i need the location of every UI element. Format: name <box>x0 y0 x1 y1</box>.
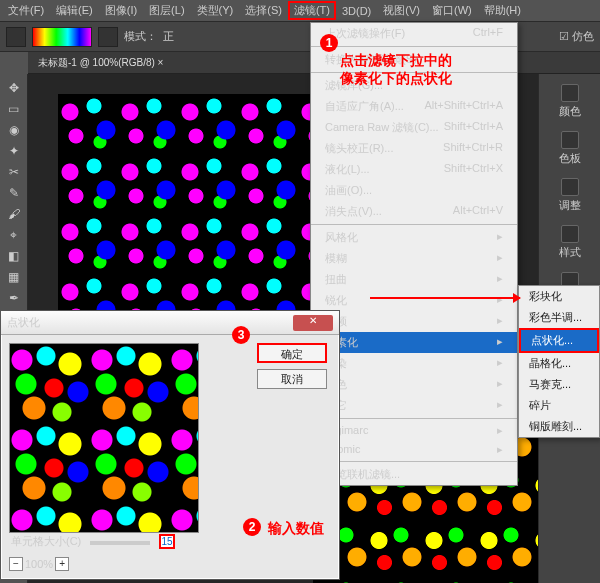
dialog-title: 点状化 <box>7 315 40 330</box>
wand-tool-icon[interactable]: ✦ <box>3 141 25 161</box>
submenu-pointillize[interactable]: 点状化... <box>519 328 599 353</box>
menu-adaptive-wide[interactable]: 自适应广角(A)...Alt+Shift+Ctrl+A <box>311 96 517 117</box>
menu-blur[interactable]: 模糊▸ <box>311 248 517 269</box>
menu-neural[interactable]: enomic▸ <box>311 440 517 459</box>
eyedropper-tool-icon[interactable]: ✎ <box>3 183 25 203</box>
menu-camera-raw[interactable]: Camera Raw 滤镜(C)...Shift+Ctrl+A <box>311 117 517 138</box>
mode-label: 模式： <box>124 29 157 44</box>
ok-button[interactable]: 确定 <box>257 343 327 363</box>
zoom-level: 100% <box>25 558 53 570</box>
menu-image[interactable]: 图像(I) <box>99 1 143 20</box>
callout-text-2: 输入数值 <box>268 520 324 538</box>
dither-checkbox-label[interactable]: ☑ 仿色 <box>559 29 594 44</box>
menu-last-filter[interactable]: 上次滤镜操作(F)Ctrl+F <box>311 23 517 44</box>
crop-tool-icon[interactable]: ✂ <box>3 162 25 182</box>
brush-preset-icon[interactable] <box>6 27 26 47</box>
filter-dropdown: 上次滤镜操作(F)Ctrl+F 转换为智能滤镜(S) 滤镜库(G)... 自适应… <box>310 22 518 486</box>
cell-size-input[interactable]: 15 <box>159 534 174 549</box>
zoom-controls: − 100% + <box>9 557 69 571</box>
menu-help[interactable]: 帮助(H) <box>478 1 527 20</box>
menu-layer[interactable]: 图层(L) <box>143 1 190 20</box>
menu-noise[interactable]: 杂色▸ <box>311 374 517 395</box>
menu-pixelate[interactable]: 像素化▸ <box>311 332 517 353</box>
callout-text-1a: 点击滤镜下拉中的 <box>340 52 452 70</box>
menu-liquify[interactable]: 液化(L)...Shift+Ctrl+X <box>311 159 517 180</box>
menu-browse-online[interactable]: 浏览联机滤镜... <box>311 464 517 485</box>
zoom-in-button[interactable]: + <box>55 557 69 571</box>
mode-value[interactable]: 正 <box>163 29 174 44</box>
submenu-crystallize[interactable]: 晶格化... <box>519 353 599 374</box>
cell-size-slider[interactable] <box>90 541 150 545</box>
main-menu-bar: 文件(F) 编辑(E) 图像(I) 图层(L) 类型(Y) 选择(S) 滤镜(T… <box>0 0 600 22</box>
menu-view[interactable]: 视图(V) <box>377 1 426 20</box>
menu-lens-correction[interactable]: 镜头校正(R)...Shift+Ctrl+R <box>311 138 517 159</box>
menu-edit[interactable]: 编辑(E) <box>50 1 99 20</box>
callout-badge-3: 3 <box>232 326 250 344</box>
submenu-halftone[interactable]: 彩色半调... <box>519 307 599 328</box>
gradient-type-icon[interactable] <box>98 27 118 47</box>
callout-badge-1: 1 <box>320 34 338 52</box>
move-tool-icon[interactable]: ✥ <box>3 78 25 98</box>
menu-sharpen[interactable]: 锐化▸ <box>311 290 517 311</box>
menu-3d[interactable]: 3D(D) <box>336 3 377 19</box>
color-panel-icon[interactable] <box>561 84 579 102</box>
marquee-tool-icon[interactable]: ▭ <box>3 99 25 119</box>
menu-render[interactable]: 渲染▸ <box>311 353 517 374</box>
pen-tool-icon[interactable]: ✒ <box>3 288 25 308</box>
callout-text-1b: 像素化下的点状化 <box>340 70 452 88</box>
submenu-mezzotint[interactable]: 铜版雕刻... <box>519 416 599 437</box>
stamp-tool-icon[interactable]: ⌖ <box>3 225 25 245</box>
callout-arrow-1 <box>370 297 520 299</box>
submenu-mosaic[interactable]: 马赛克... <box>519 374 599 395</box>
lasso-tool-icon[interactable]: ◉ <box>3 120 25 140</box>
gradient-tool-icon[interactable]: ▦ <box>3 267 25 287</box>
adjust-panel-label: 调整 <box>559 198 581 213</box>
menu-type[interactable]: 类型(Y) <box>191 1 240 20</box>
menu-stylize[interactable]: 风格化▸ <box>311 227 517 248</box>
close-icon[interactable]: ✕ <box>293 315 333 331</box>
cell-size-label: 单元格大小(C) <box>11 535 81 547</box>
menu-select[interactable]: 选择(S) <box>239 1 288 20</box>
menu-oil-paint[interactable]: 油画(O)... <box>311 180 517 201</box>
preview-box <box>9 343 199 533</box>
menu-distort[interactable]: 扭曲▸ <box>311 269 517 290</box>
styles-panel-icon[interactable] <box>561 225 579 243</box>
menu-file[interactable]: 文件(F) <box>2 1 50 20</box>
submenu-facet[interactable]: 彩块化 <box>519 286 599 307</box>
gradient-preview[interactable] <box>32 27 92 47</box>
menu-window[interactable]: 窗口(W) <box>426 1 478 20</box>
styles-panel-label: 样式 <box>559 245 581 260</box>
zoom-out-button[interactable]: − <box>9 557 23 571</box>
menu-vanishing-point[interactable]: 消失点(V)...Alt+Ctrl+V <box>311 201 517 222</box>
brush-tool-icon[interactable]: 🖌 <box>3 204 25 224</box>
callout-badge-2: 2 <box>243 518 261 536</box>
eraser-tool-icon[interactable]: ◧ <box>3 246 25 266</box>
menu-video[interactable]: 视频▸ <box>311 311 517 332</box>
color-panel-label: 颜色 <box>559 104 581 119</box>
menu-digimarc[interactable]: Digimarc▸ <box>311 421 517 440</box>
menu-other[interactable]: 其它▸ <box>311 395 517 416</box>
pixelate-submenu: 彩块化 彩色半调... 点状化... 晶格化... 马赛克... 碎片 铜版雕刻… <box>518 285 600 438</box>
submenu-fragment[interactable]: 碎片 <box>519 395 599 416</box>
swatches-panel-label: 色板 <box>559 151 581 166</box>
pointillize-dialog: 点状化 ✕ 确定 取消 − 100% + 单元格大小(C) 15 <box>0 310 340 580</box>
swatches-panel-icon[interactable] <box>561 131 579 149</box>
cancel-button[interactable]: 取消 <box>257 369 327 389</box>
menu-filter[interactable]: 滤镜(T) <box>288 1 336 20</box>
adjust-panel-icon[interactable] <box>561 178 579 196</box>
